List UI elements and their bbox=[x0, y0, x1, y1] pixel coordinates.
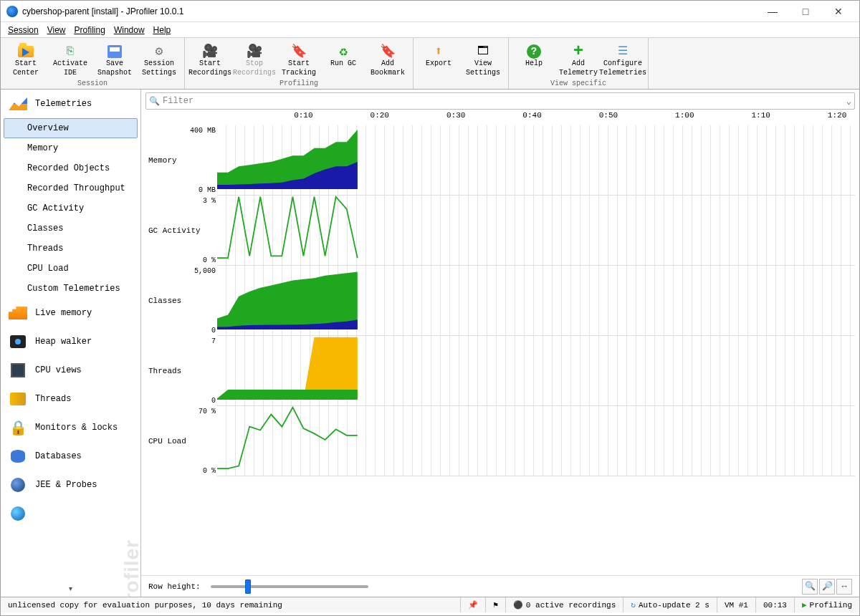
chart-plot-area[interactable] bbox=[217, 266, 855, 336]
y-min: 0 % bbox=[177, 467, 216, 475]
toolbar-add-bookmark[interactable]: 🔖AddBookmark bbox=[367, 41, 408, 78]
sidebar-item-label: Telemetries bbox=[35, 99, 92, 109]
refresh-icon: ↻ bbox=[631, 600, 636, 610]
zoom-out-button[interactable]: 🔎 bbox=[819, 579, 835, 595]
menu-profiling[interactable]: Profiling bbox=[75, 25, 105, 35]
sidebar-sub-classes[interactable]: Classes bbox=[1, 218, 140, 239]
toolbar-group-label: View specific bbox=[513, 80, 644, 87]
track-icon: 🔖 bbox=[290, 44, 307, 59]
record-icon: ⚫ bbox=[513, 600, 523, 610]
menu-window[interactable]: Window bbox=[114, 25, 145, 35]
conf-icon: ☰ bbox=[614, 44, 631, 59]
sidebar-item-label: CPU views bbox=[35, 365, 82, 375]
sidebar-item-label: Threads bbox=[35, 394, 71, 404]
sidebar-item-heap-walker[interactable]: Heap walker bbox=[1, 327, 140, 356]
toolbar-save-snapshot[interactable]: SaveSnapshot bbox=[94, 41, 135, 78]
gc-icon: ♻ bbox=[335, 44, 352, 59]
sidebar-sub-threads[interactable]: Threads bbox=[1, 239, 140, 259]
sidebar: JProfiler TelemetriesOverviewMemoryRecor… bbox=[1, 90, 141, 597]
toolbar-view-settings[interactable]: 🗔ViewSettings bbox=[462, 41, 504, 78]
toolbar-start-center[interactable]: StartCenter bbox=[5, 41, 47, 78]
cpu-icon bbox=[8, 362, 28, 379]
toolbar-help[interactable]: ?Help bbox=[513, 41, 555, 78]
sidebar-sub-custom-telemetries[interactable]: Custom Telemetries bbox=[1, 279, 140, 299]
y-max: 5,000 bbox=[177, 267, 216, 275]
sidebar-item-label: Heap walker bbox=[35, 337, 92, 347]
chart-plot-area[interactable] bbox=[217, 406, 855, 476]
probe-icon bbox=[8, 476, 28, 494]
toolbar-activate-ide[interactable]: ⎘ActivateIDE bbox=[49, 41, 91, 78]
status-auto-update[interactable]: ↻ Auto-update 2 s bbox=[623, 597, 717, 612]
menu-view[interactable]: View bbox=[47, 25, 66, 35]
maximize-button[interactable]: □ bbox=[789, 1, 822, 22]
app-icon bbox=[6, 6, 18, 17]
toolbar-start-recordings[interactable]: 🎥StartRecordings bbox=[189, 41, 231, 78]
disk-icon bbox=[106, 44, 123, 59]
sidebar-sub-memory[interactable]: Memory bbox=[1, 138, 140, 158]
close-button[interactable]: ✕ bbox=[822, 1, 855, 22]
chevron-down-icon[interactable]: ⌄ bbox=[846, 96, 851, 107]
sidebar-item-cpu-views[interactable]: CPU views bbox=[1, 356, 140, 385]
fit-width-button[interactable]: ↔ bbox=[836, 579, 852, 595]
sidebar-item-threads[interactable]: Threads bbox=[1, 385, 140, 413]
zoom-in-button[interactable]: 🔍 bbox=[802, 579, 818, 595]
sidebar-item-databases[interactable]: Databases bbox=[1, 442, 140, 471]
series-gc bbox=[217, 197, 358, 258]
status-recordings[interactable]: ⚫ 0 active recordings bbox=[505, 597, 623, 612]
profiling-icon: ▶ bbox=[802, 600, 807, 610]
toolbar-session-settings[interactable]: ⚙SessionSettings bbox=[138, 41, 180, 78]
sidebar-item-label: JEE & Probes bbox=[35, 480, 97, 490]
y-min: 0 MB bbox=[177, 186, 216, 194]
y-max: 7 bbox=[177, 337, 216, 345]
chart-label: Classes bbox=[145, 266, 217, 336]
menu-help[interactable]: Help bbox=[153, 25, 171, 35]
sidebar-item-live-memory[interactable]: Live memory bbox=[1, 299, 140, 327]
status-eval: unlicensed copy for evaluation purposes,… bbox=[1, 597, 460, 612]
sidebar-item-monitors-locks[interactable]: 🔒Monitors & locks bbox=[1, 413, 140, 442]
time-tick: 1:10 bbox=[751, 111, 770, 120]
sidebar-expand-icon[interactable]: ▾ bbox=[69, 584, 72, 592]
chart-plot-area[interactable] bbox=[217, 336, 855, 406]
sidebar-sub-recorded-objects[interactable]: Recorded Objects bbox=[1, 158, 140, 178]
status-vm[interactable]: VM #1 bbox=[717, 597, 755, 612]
sidebar-item-mbeans[interactable] bbox=[1, 499, 140, 528]
status-elapsed: 00:13 bbox=[755, 597, 794, 612]
toolbar-add-telemetry[interactable]: +AddTelemetry bbox=[558, 41, 599, 78]
toolbar-configure-telemetries[interactable]: ☰ConfigureTelemetries bbox=[602, 41, 644, 78]
row-height-slider[interactable] bbox=[211, 585, 368, 588]
series-total bbox=[217, 390, 358, 400]
minimize-button[interactable]: — bbox=[756, 1, 789, 22]
slider-thumb[interactable] bbox=[245, 579, 251, 594]
status-flag-icon[interactable]: ⚑ bbox=[485, 597, 505, 612]
filter-input[interactable]: 🔍 Filter ⌄ bbox=[145, 92, 855, 110]
chart-plot-area[interactable] bbox=[217, 125, 855, 196]
toolbar-stop-recordings: 🎥StopRecordings bbox=[234, 41, 275, 78]
status-pin-icon[interactable]: 📌 bbox=[460, 597, 485, 612]
sidebar-sub-overview[interactable]: Overview bbox=[4, 118, 138, 138]
toolbar-run-gc[interactable]: ♻Run GC bbox=[322, 41, 364, 78]
menu-session[interactable]: Session bbox=[8, 25, 39, 35]
chart-label: CPU Load bbox=[145, 406, 217, 476]
time-tick: 1:00 bbox=[675, 111, 694, 120]
rec-start-icon: 🎥 bbox=[201, 44, 219, 59]
sidebar-item-telemetries[interactable]: Telemetries bbox=[1, 90, 140, 118]
sidebar-sub-gc-activity[interactable]: GC Activity bbox=[1, 198, 140, 218]
series-cpu bbox=[217, 408, 358, 468]
folder-icon bbox=[17, 44, 34, 59]
sidebar-sub-cpu-load[interactable]: CPU Load bbox=[1, 259, 140, 279]
y-min: 0 bbox=[177, 397, 216, 405]
toolbar-group-label: Session bbox=[5, 80, 180, 87]
time-tick: 0:40 bbox=[522, 111, 541, 120]
sidebar-item-label: Live memory bbox=[35, 308, 92, 318]
chart-memory: Memory400 MB0 MB bbox=[145, 125, 855, 196]
y-max: 3 % bbox=[177, 197, 216, 205]
toolbar-export[interactable]: ⬆Export bbox=[418, 41, 459, 78]
charts-area: Memory400 MB0 MBGC Activity3 %0 %Classes… bbox=[141, 125, 859, 575]
sidebar-item-label: Monitors & locks bbox=[35, 423, 118, 433]
toolbar-start-tracking[interactable]: 🔖StartTracking bbox=[278, 41, 320, 78]
chart-cpu-load: CPU Load70 %0 % bbox=[145, 406, 855, 476]
chart-plot-area[interactable] bbox=[217, 196, 855, 266]
row-height-label: Row height: bbox=[148, 582, 201, 591]
sidebar-item-jee-probes[interactable]: JEE & Probes bbox=[1, 471, 140, 499]
sidebar-sub-recorded-throughput[interactable]: Recorded Throughput bbox=[1, 178, 140, 198]
